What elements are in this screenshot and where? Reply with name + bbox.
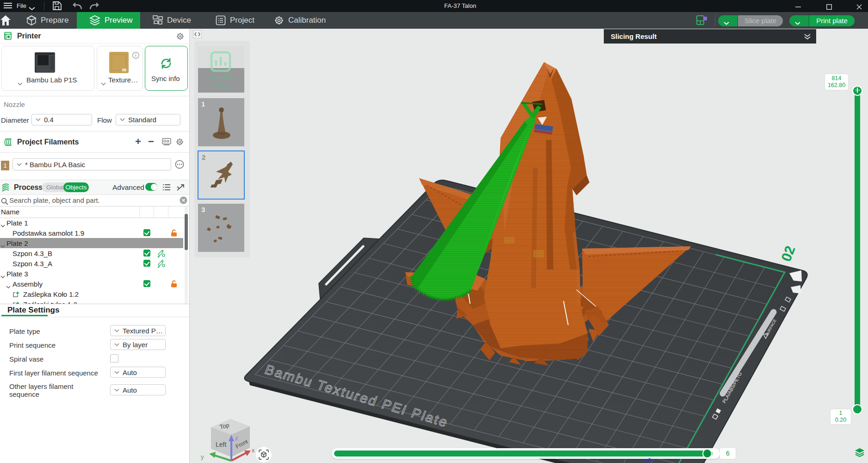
svg-text:x: x bbox=[252, 447, 255, 454]
svg-text:z: z bbox=[235, 435, 238, 442]
svg-text:Left: Left bbox=[216, 441, 226, 448]
svg-text:y: y bbox=[201, 453, 204, 460]
svg-text:02: 02 bbox=[778, 244, 798, 263]
